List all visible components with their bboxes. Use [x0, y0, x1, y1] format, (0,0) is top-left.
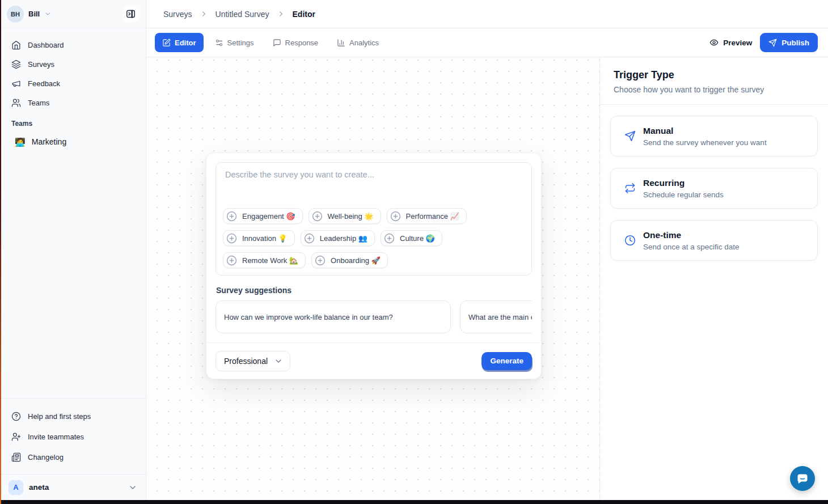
option-text: One-time Send once at a specific date [643, 230, 740, 251]
tab-editor[interactable]: Editor [155, 33, 204, 52]
sidebar-item-dashboard[interactable]: Dashboard [7, 35, 140, 54]
window-bottom-edge [0, 500, 828, 504]
option-title: Manual [643, 126, 767, 136]
topic-chip-leadership[interactable]: Leadership 👥 [301, 230, 375, 246]
sidebar-item-changelog[interactable]: Changelog [7, 447, 140, 467]
plus-circle-icon [390, 211, 401, 222]
account-menu[interactable]: A aneta [1, 474, 146, 500]
breadcrumb-untitled-survey[interactable]: Untitled Survey [216, 10, 269, 19]
sidebar-item-invite[interactable]: Invite teammates [7, 426, 140, 447]
app-shell: BH Bill Dashboard [1, 0, 828, 500]
chip-label: Remote Work 🏡 [242, 256, 298, 265]
sidebar-team-marketing[interactable]: 🧑‍💻 Marketing [7, 132, 140, 152]
topic-chip-innovation[interactable]: Innovation 💡 [223, 230, 295, 246]
sidebar-item-label: Invite teammates [28, 433, 84, 441]
trigger-option-recurring[interactable]: Recurring Schedule regular sends [610, 168, 818, 209]
repeat-icon [624, 183, 636, 194]
plus-circle-icon [312, 211, 323, 222]
chip-label: Engagement 🎯 [242, 212, 295, 221]
sidebar-item-label: Feedback [28, 79, 60, 88]
collapse-sidebar-button[interactable] [122, 6, 138, 22]
breadcrumb-surveys[interactable]: Surveys [163, 10, 192, 19]
chip-label: Onboarding 🚀 [331, 256, 381, 265]
tab-label: Editor [175, 39, 196, 47]
survey-description-input[interactable] [216, 163, 531, 207]
sidebar-footer: Help and first steps Invite teammates Ch… [1, 398, 146, 474]
tab-settings[interactable]: Settings [208, 33, 261, 52]
tab-label: Settings [227, 39, 254, 47]
breadcrumb: Surveys Untitled Survey Editor [146, 0, 828, 28]
layers-icon [11, 60, 21, 69]
composer-footer: Professional Generate [206, 342, 541, 379]
generate-button[interactable]: Generate [481, 352, 532, 370]
option-title: One-time [643, 230, 740, 240]
chip-label: Well-being 🌟 [328, 212, 374, 221]
suggestion-card[interactable]: What are the main ob [460, 300, 532, 333]
sidebar-item-teams[interactable]: Teams [7, 93, 140, 112]
topic-chip-performance[interactable]: Performance 📈 [387, 208, 467, 224]
newspaper-icon [11, 452, 21, 462]
plus-circle-icon [226, 233, 237, 244]
trigger-option-one-time[interactable]: One-time Send once at a specific date [610, 220, 818, 261]
sidebar-item-label: Changelog [28, 453, 64, 461]
send-icon [624, 130, 636, 142]
sidebar-item-label: Help and first steps [28, 412, 91, 421]
megaphone-icon [11, 79, 21, 88]
panel-subtitle: Choose how you want to trigger the surve… [614, 85, 814, 94]
chip-label: Innovation 💡 [242, 234, 288, 243]
trigger-option-manual[interactable]: Manual Send the survey whenever you want [610, 116, 818, 156]
send-icon [768, 39, 777, 47]
preview-button[interactable]: Preview [709, 38, 752, 47]
tone-select[interactable]: Professional [216, 351, 290, 371]
topic-chip-engagement[interactable]: Engagement 🎯 [223, 208, 303, 224]
sidebar-item-help[interactable]: Help and first steps [7, 406, 140, 426]
chevron-down-icon [128, 483, 137, 492]
topic-chip-well-being[interactable]: Well-being 🌟 [309, 208, 381, 224]
topic-chip-culture[interactable]: Culture 🌍 [381, 230, 442, 246]
chevron-right-icon [200, 10, 208, 18]
eye-icon [709, 38, 719, 47]
plus-circle-icon [384, 233, 395, 244]
editor-toolbar: Editor Settings Response Analytics [146, 28, 828, 57]
desktop-edge [0, 0, 1, 504]
tab-response[interactable]: Response [265, 33, 326, 52]
workspace-name: Bill [28, 10, 40, 18]
app-window: BH Bill Dashboard [0, 0, 828, 504]
chevron-down-icon [44, 10, 52, 18]
chip-label: Culture 🌍 [400, 234, 435, 243]
topic-chip-onboarding[interactable]: Onboarding 🚀 [311, 252, 388, 268]
trigger-options: Manual Send the survey whenever you want… [600, 105, 828, 272]
publish-button[interactable]: Publish [760, 33, 818, 52]
view-tabs: Editor Settings Response Analytics [155, 33, 386, 52]
option-text: Recurring Schedule regular sends [643, 178, 724, 199]
account-name: aneta [29, 483, 122, 492]
workspace-switcher[interactable]: BH Bill [7, 6, 52, 23]
toolbar-actions: Preview Publish [709, 33, 818, 52]
users-icon [11, 98, 21, 108]
option-text: Manual Send the survey whenever you want [643, 126, 767, 147]
editor-canvas[interactable]: Engagement 🎯 Well-being 🌟 Performance 📈 [146, 57, 600, 500]
sliders-icon [215, 39, 223, 47]
tab-label: Analytics [349, 39, 379, 47]
sidebar-item-label: Surveys [28, 60, 54, 69]
user-plus-icon [11, 432, 21, 442]
option-title: Recurring [643, 178, 724, 188]
team-label: Marketing [32, 137, 66, 146]
clock-icon [624, 235, 636, 246]
chat-launcher-button[interactable] [790, 466, 815, 491]
panel-title: Trigger Type [614, 69, 814, 81]
technologist-emoji-icon: 🧑‍💻 [15, 138, 26, 146]
prompt-box: Engagement 🎯 Well-being 🌟 Performance 📈 [216, 162, 532, 276]
home-icon [11, 40, 21, 50]
topic-chip-remote-work[interactable]: Remote Work 🏡 [223, 252, 306, 268]
sidebar: BH Bill Dashboard [1, 0, 146, 500]
trigger-panel-header: Trigger Type Choose how you want to trig… [600, 57, 828, 105]
main-area: Surveys Untitled Survey Editor Editor Se… [146, 0, 828, 500]
sidebar-item-feedback[interactable]: Feedback [7, 74, 140, 93]
suggestion-card[interactable]: How can we improve work-life balance in … [216, 300, 451, 333]
chip-label: Leadership 👥 [320, 234, 367, 243]
sidebar-item-surveys[interactable]: Surveys [7, 54, 140, 74]
option-description: Schedule regular sends [643, 190, 724, 199]
suggestions-row: How can we improve work-life balance in … [216, 300, 532, 333]
tab-analytics[interactable]: Analytics [329, 33, 386, 52]
